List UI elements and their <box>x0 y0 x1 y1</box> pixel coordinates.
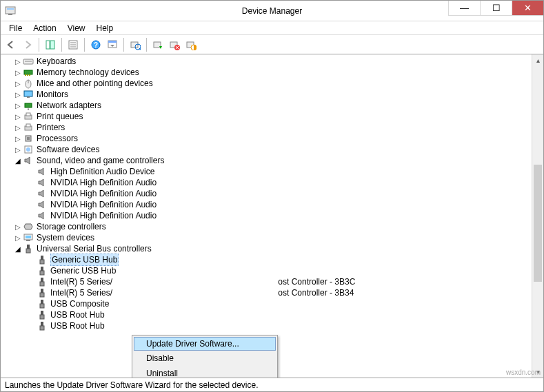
tree-label: Generic USB Hub <box>50 254 119 266</box>
speaker-icon <box>37 177 48 188</box>
svg-rect-13 <box>131 42 138 48</box>
tree-item-sound[interactable]: ◢ Sound, video and game controllers <box>1 155 543 166</box>
expander-icon[interactable]: ◢ <box>13 157 23 165</box>
back-button[interactable] <box>3 37 19 52</box>
tree-item-usb-root-hub[interactable]: USB Root Hub <box>1 309 543 320</box>
tree-item-intel-usb-controller[interactable]: Intel(R) 5 Series/______________________… <box>1 287 543 298</box>
tree-item-audio-device[interactable]: NVIDIA High Definition Audio <box>1 210 543 221</box>
device-tree[interactable]: ▷ Keyboards ▷ Memory technology devices … <box>1 54 543 378</box>
help-button[interactable]: ? <box>88 37 103 52</box>
ctx-update-driver[interactable]: Update Driver Software... <box>134 337 276 351</box>
minimize-button[interactable]: — <box>448 1 480 16</box>
ctx-disable[interactable]: Disable <box>134 351 276 366</box>
expander-icon[interactable]: ▷ <box>13 80 23 87</box>
menu-view[interactable]: View <box>62 22 91 34</box>
printer-icon <box>23 122 34 133</box>
expander-icon[interactable]: ▷ <box>13 223 23 231</box>
disable-button[interactable] <box>183 37 199 52</box>
svg-rect-53 <box>41 278 43 282</box>
menu-action[interactable]: Action <box>28 22 61 34</box>
speaker-icon <box>37 210 48 221</box>
tree-label: NVIDIA High Definition Audio <box>50 210 157 221</box>
printer-icon <box>23 111 34 122</box>
expander-icon[interactable]: ▷ <box>13 113 23 121</box>
usb-icon <box>23 243 34 254</box>
tree-label: Intel(R) 5 Series/______________________… <box>50 287 354 298</box>
tree-item-storage[interactable]: ▷ Storage controllers <box>1 221 543 232</box>
network-icon <box>23 100 34 111</box>
tree-item-usb-root-hub[interactable]: USB Root Hub <box>1 320 543 331</box>
svg-rect-3 <box>46 41 50 49</box>
tree-item-audio-device[interactable]: NVIDIA High Definition Audio <box>1 199 543 210</box>
tree-label: USB Composite <box>50 298 109 309</box>
tree-item-keyboards[interactable]: ▷ Keyboards <box>1 56 543 67</box>
forward-button[interactable] <box>20 37 35 52</box>
show-hide-tree-button[interactable] <box>43 37 58 52</box>
vertical-scrollbar[interactable]: ▴ ▾ <box>532 54 543 378</box>
computer-icon <box>23 232 34 243</box>
expander-icon[interactable]: ◢ <box>13 245 23 253</box>
tree-item-monitors[interactable]: ▷ Monitors <box>1 89 543 100</box>
tree-item-printqueues[interactable]: ▷ Print queues <box>1 111 543 122</box>
expander-icon[interactable]: ▷ <box>13 91 23 99</box>
tree-item-generic-usb-hub[interactable]: Generic USB Hub <box>1 265 543 276</box>
ctx-uninstall[interactable]: Uninstall <box>134 366 276 378</box>
tree-label: NVIDIA High Definition Audio <box>50 177 157 188</box>
expander-icon[interactable]: ▷ <box>13 135 23 143</box>
tree-item-audio-device[interactable]: NVIDIA High Definition Audio <box>1 177 543 188</box>
toolbar-separator <box>39 38 39 52</box>
tree-label: Memory technology devices <box>37 67 139 78</box>
scroll-up-arrow-icon[interactable]: ▴ <box>532 54 543 66</box>
maximize-button[interactable]: ☐ <box>480 1 512 16</box>
svg-rect-55 <box>41 289 43 293</box>
svg-rect-39 <box>26 124 30 127</box>
usb-icon <box>37 276 48 287</box>
monitor-icon <box>23 89 34 100</box>
toolbar: ? <box>1 35 543 54</box>
menu-file[interactable]: File <box>3 22 28 34</box>
menu-help[interactable]: Help <box>91 22 119 34</box>
watermark: wsxdn.com <box>506 369 541 376</box>
svg-rect-32 <box>27 96 30 98</box>
speaker-icon <box>23 155 34 166</box>
scan-hardware-button[interactable] <box>128 37 143 52</box>
tree-item-audio-device[interactable]: High Definition Audio Device <box>1 166 543 177</box>
expander-icon[interactable]: ▷ <box>13 146 23 154</box>
tree-item-sysdev[interactable]: ▷ System devices <box>1 232 543 243</box>
update-driver-button[interactable] <box>150 37 165 52</box>
expander-icon[interactable]: ▷ <box>13 124 23 132</box>
toolbar-separator <box>123 38 124 52</box>
tree-item-processors[interactable]: ▷ Processors <box>1 133 543 144</box>
action-dropdown-button[interactable] <box>105 37 120 52</box>
tree-label: Universal Serial Bus controllers <box>37 243 152 254</box>
tree-item-memtech[interactable]: ▷ Memory technology devices <box>1 67 543 78</box>
close-button[interactable]: ✕ <box>512 1 543 16</box>
expander-icon[interactable]: ▷ <box>13 69 23 76</box>
tree-label: Network adapters <box>37 100 101 111</box>
tree-item-network[interactable]: ▷ Network adapters <box>1 100 543 111</box>
tree-item-audio-device[interactable]: NVIDIA High Definition Audio <box>1 188 543 199</box>
tree-item-intel-usb-controller[interactable]: Intel(R) 5 Series/______________________… <box>1 276 543 287</box>
usb-icon <box>37 254 48 265</box>
tree-item-generic-usb-hub[interactable]: Generic USB Hub <box>1 254 543 265</box>
tree-item-mice[interactable]: ▷ Mice and other pointing devices <box>1 78 543 89</box>
tree-item-usb[interactable]: ◢ Universal Serial Bus controllers <box>1 243 543 254</box>
tree-item-usb-composite[interactable]: USB Composite <box>1 298 543 309</box>
tree-label: Intel(R) 5 Series/______________________… <box>50 276 355 287</box>
expander-icon[interactable]: ▷ <box>13 102 23 110</box>
speaker-icon <box>37 188 48 199</box>
scrollbar-thumb[interactable] <box>534 165 542 282</box>
uninstall-button[interactable] <box>167 37 182 52</box>
tree-label: Mice and other pointing devices <box>37 78 153 89</box>
properties-button[interactable] <box>66 37 81 52</box>
expander-icon[interactable]: ▷ <box>13 234 23 242</box>
svg-rect-50 <box>40 260 44 264</box>
svg-rect-51 <box>41 267 43 271</box>
mouse-icon <box>23 78 34 89</box>
tree-item-printers[interactable]: ▷ Printers <box>1 122 543 133</box>
tree-item-swdevices[interactable]: ▷ Software devices <box>1 144 543 155</box>
expander-icon[interactable]: ▷ <box>13 58 23 65</box>
tree-label: Generic USB Hub <box>50 265 116 276</box>
svg-rect-26 <box>25 74 26 76</box>
keyboard-icon <box>23 56 34 67</box>
